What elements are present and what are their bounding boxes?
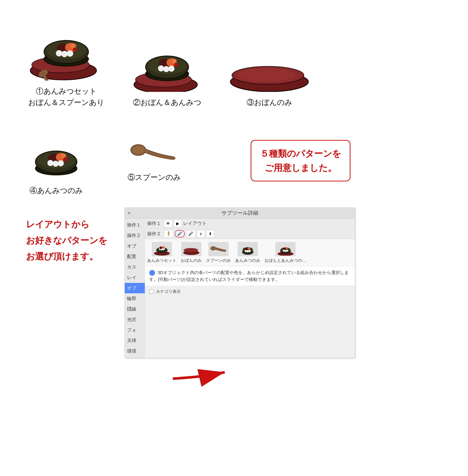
visual-anmitsu-set [26,17,107,81]
thumb-spoon-only [209,243,228,256]
panel-toolbar-2: 操作２ 🧍 🎤 🎤 ∨ ⬇ [145,229,355,239]
toolbar-layout-selected-btn[interactable]: 🎤 [175,230,185,237]
svg-point-68 [245,248,248,250]
toolbar-layout-label: レイアウト [183,220,207,227]
svg-point-32 [174,63,178,67]
svg-point-14 [61,51,68,57]
sidebar-row-ob1: オブ [125,241,145,251]
item-label-3: ③おぼんのみ [247,97,292,108]
item-label-2: ②おぼん＆あんみつ [133,97,201,108]
panel-desc-icon [149,270,155,276]
sidebar-row-1: 操作１ [125,220,145,230]
panel-titlebar: × サブツール詳細 [125,208,355,218]
sidebar-row-glow: 光沢 [125,315,145,325]
software-panel: × サブツール詳細 操作１ 操作２ オブ 配置 カス レイ オブ 輪郭 隠線 光… [125,208,355,358]
sidebar-row-ob2[interactable]: オブ [125,283,145,293]
sidebar-row-haichi: 配置 [125,251,145,262]
visual-anmitsu-only [26,125,87,181]
item-obon-only: ③おぼんのみ [228,49,311,108]
svg-point-73 [283,250,285,252]
svg-point-49 [63,157,67,161]
layout-item-5[interactable]: おぼんとあんみつの… [265,242,306,263]
toolbar-dropdown-btn[interactable]: ∨ [197,230,205,237]
svg-point-15 [67,50,73,57]
item-label-5: ⑤スプーンのみ [128,172,181,183]
layout-thumbnails: あんみつセット おぼんのみ [145,239,355,266]
toolbar-eye-btn[interactable]: 👁 [164,220,172,227]
layout-label-1: あんみつセット [147,258,176,263]
panel-body: 操作１ 操作２ オブ 配置 カス レイ オブ 輪郭 隠線 光沢 フォ 天球 環境… [125,218,355,358]
visual-spoon-only [127,139,181,167]
obon-only-svg [228,49,311,92]
layout-thumb-3 [208,242,229,256]
visual-obon-anmitsu [130,34,205,92]
layout-thumb-1 [152,242,172,256]
svg-point-58 [160,246,162,249]
item-label-1: ①あんみつセット おぼん＆スプーンあり [28,86,104,108]
svg-point-61 [184,248,198,252]
svg-point-13 [56,50,62,57]
panel-description: 3Dオブジェクト内の各パーツの配置や色を、あらかじめ設定されている組み合わせから… [145,266,355,286]
layout-thumb-5 [275,242,296,256]
layout-item-3[interactable]: スプーンのみ [206,242,231,263]
sidebar-row-fo: フォ [125,325,145,335]
layout-label-4: あんみつのみ [235,258,260,263]
visual-obon-only [228,49,311,92]
svg-point-36 [238,68,295,82]
svg-point-48 [58,160,64,166]
toolbar-arrow-btn[interactable]: ▶ [174,220,182,227]
layout-thumb-2 [181,242,201,256]
item-spoon-only: ⑤スプーンのみ [127,139,181,183]
toolbar-download-btn[interactable]: ⬇ [206,230,214,237]
layout-item-1[interactable]: あんみつセット [147,242,176,263]
panel-sidebar: 操作１ 操作２ オブ 配置 カス レイ オブ 輪郭 隠線 光沢 フォ 天球 環境 [125,218,145,358]
layout-label-3: スプーンのみ [206,258,231,263]
toolbar1-label: 操作１ [147,220,161,227]
thumb-anmitsu-set [153,243,171,256]
layout-label-5: おぼんとあんみつの… [265,258,306,263]
svg-point-62 [211,246,216,250]
svg-point-76 [283,247,286,250]
pattern-bubble: ５種類のパターンを ご用意しました。 [251,140,351,181]
item-anmitsu-set: ①あんみつセット おぼん＆スプーンあり [26,17,107,108]
sidebar-row-kasu: カス [125,262,145,273]
svg-point-16 [73,47,77,52]
svg-point-75 [286,250,288,252]
spoon-only-svg [127,139,181,167]
sidebar-row-rinkaku: 輪郭 [125,293,145,304]
layout-item-2[interactable]: おぼんのみ [181,242,202,263]
toolbar2-label: 操作２ [147,231,161,237]
sidebar-row-hidden: 隠線 [125,304,145,315]
panel-title: サブツール詳細 [221,209,258,216]
sidebar-row-env: 環境 [125,346,145,357]
thumb-obon-anmitsu [276,243,295,256]
top-section: ①あんみつセット おぼん＆スプーンあり [0,0,468,108]
panel-main: 操作１ 👁 ▶ レイアウト 操作２ 🧍 🎤 🎤 [145,218,355,358]
panel-footer: カテゴリ表示 [145,286,355,297]
svg-point-74 [284,250,287,252]
panel-close-button[interactable]: × [128,210,131,216]
svg-point-30 [163,66,169,72]
thumb-anmitsu-only [238,243,257,256]
toolbar-mic2-btn[interactable]: 🎤 [186,230,195,237]
svg-point-67 [249,250,251,252]
svg-point-69 [248,247,250,250]
svg-point-47 [53,161,59,167]
svg-point-52 [132,146,144,154]
toolbar-figure-btn[interactable]: 🧍 [164,230,173,237]
instruction-text: レイアウトから お好きなパターンを お選び頂けます。 [26,208,107,264]
panel-toolbar-1: 操作１ 👁 ▶ レイアウト [145,218,355,229]
svg-point-59 [162,246,164,248]
thumb-obon-only [182,243,201,256]
anmitsu-only-svg [26,125,87,180]
item-obon-anmitsu: ②おぼん＆あんみつ [130,34,205,108]
bottom-section: レイアウトから お好きなパターンを お選び頂けます。 × サブツール詳細 操作１… [0,196,468,358]
svg-point-31 [168,66,175,72]
category-checkbox[interactable] [149,289,154,294]
svg-point-77 [286,247,288,249]
item-label-4: ④あんみつのみ [29,185,83,196]
layout-label-2: おぼんのみ [181,258,202,263]
sidebar-row-2: 操作２ [125,230,145,241]
layout-thumb-4 [238,242,258,256]
layout-item-4[interactable]: あんみつのみ [235,242,260,263]
